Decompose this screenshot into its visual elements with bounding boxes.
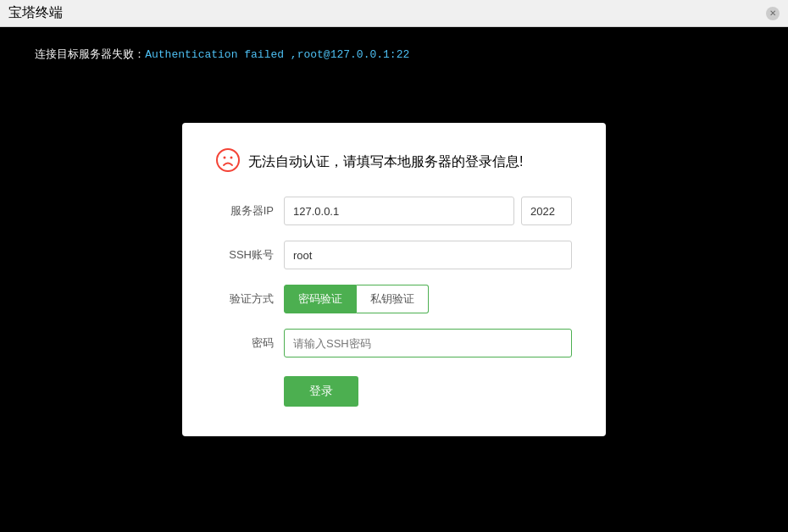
dialog-header: 无法自动认证，请填写本地服务器的登录信息!	[216, 148, 572, 176]
server-port-input[interactable]	[521, 197, 572, 225]
password-input[interactable]	[284, 329, 572, 357]
dialog-title: 无法自动认证，请填写本地服务器的登录信息!	[248, 153, 523, 171]
server-ip-content	[284, 197, 572, 225]
auth-method-content: 密码验证 私钥验证	[284, 285, 572, 313]
ssh-account-row: SSH账号	[216, 241, 572, 269]
password-label: 密码	[216, 335, 284, 351]
server-ip-row: 服务器IP	[216, 197, 572, 225]
log-message: Authentication failed ,root@127.0.0.1:22	[145, 48, 409, 61]
titlebar: 宝塔终端 ✕	[0, 0, 788, 27]
log-prefix: 连接目标服务器失败：	[35, 48, 145, 61]
svg-point-0	[217, 149, 239, 171]
auth-dialog: 无法自动认证，请填写本地服务器的登录信息! 服务器IP SSH账号 验证方式 密…	[182, 123, 606, 436]
server-ip-input[interactable]	[284, 197, 514, 225]
ssh-account-label: SSH账号	[216, 247, 284, 263]
login-button[interactable]: 登录	[284, 376, 358, 407]
close-button[interactable]: ✕	[766, 7, 780, 20]
terminal-log: 连接目标服务器失败：Authentication failed ,root@12…	[8, 34, 409, 75]
password-content	[284, 329, 572, 357]
svg-point-1	[224, 157, 226, 159]
auth-password-button[interactable]: 密码验证	[284, 285, 357, 313]
titlebar-title: 宝塔终端	[8, 4, 63, 22]
ssh-account-input[interactable]	[284, 241, 572, 269]
auth-method-group: 密码验证 私钥验证	[284, 285, 429, 313]
svg-point-2	[230, 157, 233, 159]
login-button-row: 登录	[216, 373, 572, 407]
auth-key-button[interactable]: 私钥验证	[357, 285, 429, 313]
server-ip-label: 服务器IP	[216, 203, 284, 219]
auth-method-row: 验证方式 密码验证 私钥验证	[216, 285, 572, 313]
auth-method-label: 验证方式	[216, 291, 284, 307]
ssh-account-content	[284, 241, 572, 269]
password-row: 密码	[216, 329, 572, 357]
terminal-area: 连接目标服务器失败：Authentication failed ,root@12…	[0, 27, 788, 532]
sad-face-icon	[216, 148, 240, 176]
